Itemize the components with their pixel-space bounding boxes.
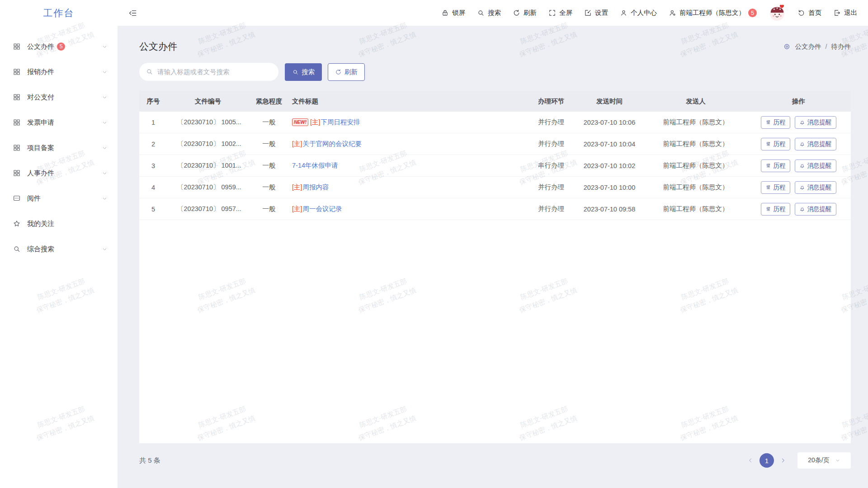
grid-icon: [13, 42, 21, 51]
table-row[interactable]: 4 〔20230710〕 0959... 一般 [主] 周报内容 并行办理 20…: [139, 177, 851, 198]
avatar[interactable]: [769, 5, 786, 22]
cell-step: 并行办理: [529, 183, 573, 192]
cell-sender: 前端工程师（陈思文）: [646, 205, 746, 213]
document-title-link[interactable]: 7-14年休假申请: [292, 161, 338, 170]
cell-file-no: 〔20230710〕 1005...: [167, 118, 249, 127]
prev-page-button[interactable]: [747, 457, 754, 464]
cell-index: 5: [139, 206, 167, 213]
document-title-link[interactable]: 关于官网的会议纪要: [303, 140, 362, 148]
history-button[interactable]: 历程: [761, 138, 790, 150]
cell-index: 4: [139, 184, 167, 191]
cell-urgency: 一般: [249, 140, 289, 148]
page-title: 公文办件: [139, 40, 177, 53]
logout-button[interactable]: 退出: [833, 9, 857, 17]
sidebar-item-docs[interactable]: 公文办件 5: [0, 34, 118, 59]
sidebar-item-hr[interactable]: 人事办件: [0, 160, 118, 186]
main-content: 公文办件 公文办件 / 待办件 搜索 刷新 序号文件编号紧急程: [118, 26, 868, 488]
cell-step: 串行办理: [529, 161, 573, 170]
notify-button[interactable]: 消息提醒: [795, 138, 836, 150]
cell-file-no: 〔20230710〕 1001...: [167, 161, 249, 170]
refresh-icon: [335, 69, 342, 75]
cell-file-no: 〔20230710〕 0959...: [167, 183, 249, 192]
current-user[interactable]: 前端工程师（陈思文） 5: [669, 9, 757, 17]
cell-step: 并行办理: [529, 118, 573, 127]
page-number-button[interactable]: 1: [760, 453, 774, 468]
bell-icon: [799, 141, 805, 147]
table-row[interactable]: 3 〔20230710〕 1001... 一般 7-14年休假申请 串行办理 2…: [139, 155, 851, 177]
column-header: 办理环节: [529, 97, 573, 106]
cell-file-no: 〔20230710〕 1002...: [167, 140, 249, 148]
cell-title: [主] 关于官网的会议纪要: [289, 140, 529, 148]
refresh-button[interactable]: 刷新: [328, 63, 365, 81]
sidebar-item-invoice[interactable]: 发票申请: [0, 110, 118, 135]
cell-sender: 前端工程师（陈思文）: [646, 118, 746, 127]
logout-icon: [833, 9, 841, 17]
notify-button[interactable]: 消息提醒: [795, 116, 836, 129]
document-title-link[interactable]: 周报内容: [303, 183, 329, 192]
bell-icon: [799, 206, 805, 212]
search-button[interactable]: 搜索: [285, 63, 322, 81]
chevron-down-icon: [102, 196, 108, 202]
sidebar-item-project[interactable]: 项目备案: [0, 135, 118, 160]
sidebar-item-reimburse[interactable]: 报销办件: [0, 59, 118, 84]
home-button[interactable]: 首页: [797, 9, 821, 17]
fullscreen-button[interactable]: 全屏: [548, 9, 572, 17]
page-size-select[interactable]: 20条/页: [797, 452, 851, 469]
app-logo: 工作台: [0, 0, 118, 26]
cell-index: 2: [139, 141, 167, 148]
total-count: 共 5 条: [139, 456, 160, 465]
grid-icon: [13, 93, 21, 101]
cell-send-time: 2023-07-10 10:02: [573, 162, 646, 169]
history-button[interactable]: 历程: [761, 116, 790, 129]
history-button[interactable]: 历程: [761, 181, 790, 194]
cell-actions: 历程 消息提醒: [746, 138, 851, 150]
column-header: 文件编号: [167, 97, 249, 106]
fullscreen-icon: [548, 9, 556, 17]
table-header-row: 序号文件编号紧急程度文件标题办理环节发送时间发送人操作: [139, 91, 851, 112]
table-row[interactable]: 2 〔20230710〕 1002... 一般 [主] 关于官网的会议纪要 并行…: [139, 133, 851, 155]
document-title-link[interactable]: 周一会议记录: [303, 205, 342, 213]
cell-actions: 历程 消息提醒: [746, 116, 851, 129]
sidebar-item-reading[interactable]: 阅件: [0, 186, 118, 211]
cell-sender: 前端工程师（陈思文）: [646, 183, 746, 192]
pagination: 1 20条/页: [747, 452, 851, 469]
notify-button[interactable]: 消息提醒: [795, 203, 836, 216]
next-page-button[interactable]: [780, 457, 786, 464]
sidebar-item-search[interactable]: 综合搜索: [0, 236, 118, 262]
doc-main-tag: [主]: [292, 183, 302, 192]
lock-screen-button[interactable]: 锁屏: [441, 9, 465, 17]
column-header: 紧急程度: [249, 97, 289, 106]
cell-title: 7-14年休假申请: [289, 161, 529, 170]
table-row[interactable]: 5 〔20230710〕 0957... 一般 [主] 周一会议记录 并行办理 …: [139, 198, 851, 220]
comment-icon: [13, 194, 21, 202]
settings-button[interactable]: 设置: [584, 9, 608, 17]
grid-icon: [13, 118, 21, 127]
sidebar-item-favorites[interactable]: 我的关注: [0, 211, 118, 236]
sidebar-collapse-icon[interactable]: [128, 9, 137, 18]
history-button[interactable]: 历程: [761, 160, 790, 172]
notification-count-badge: 5: [748, 9, 757, 17]
breadcrumb-item[interactable]: 公文办件: [795, 42, 821, 51]
cell-send-time: 2023-07-10 10:04: [573, 141, 646, 148]
notify-button[interactable]: 消息提醒: [795, 160, 836, 172]
search-input[interactable]: [139, 63, 278, 81]
cell-send-time: 2023-07-10 09:58: [573, 206, 646, 213]
doc-main-tag: [主]: [292, 140, 302, 148]
cell-title: [主] 周报内容: [289, 183, 529, 192]
chevron-down-icon: [102, 145, 108, 151]
search-icon: [292, 69, 299, 75]
table-row[interactable]: 1 〔20230710〕 1005... 一般 NEW! [主] 下周日程安排 …: [139, 112, 851, 133]
sliders-icon: [765, 163, 771, 169]
cell-index: 1: [139, 119, 167, 126]
refresh-button[interactable]: 刷新: [513, 9, 537, 17]
new-badge: NEW!: [292, 118, 308, 126]
search-button[interactable]: 搜索: [477, 9, 501, 17]
sidebar-item-payment[interactable]: 对公支付: [0, 84, 118, 110]
document-title-link[interactable]: 下周日程安排: [321, 118, 360, 127]
edit-icon: [584, 9, 592, 17]
profile-button[interactable]: 个人中心: [620, 9, 657, 17]
lock-icon: [441, 9, 449, 17]
history-button[interactable]: 历程: [761, 203, 790, 216]
notify-button[interactable]: 消息提醒: [795, 181, 836, 194]
cell-title: [主] 周一会议记录: [289, 205, 529, 213]
